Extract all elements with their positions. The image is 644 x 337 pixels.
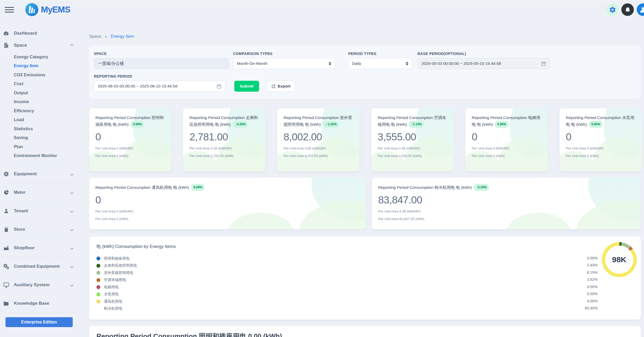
base-period-input[interactable]: 2025-05-03 00:00:00 ~ 2025-05-10 15:44:5… <box>418 58 550 69</box>
legend-label: 走廊和应急照明用电 <box>104 263 137 268</box>
period-label: PERIOD TYPES <box>348 52 412 56</box>
per-unit-area-line1: Per Unit Area 0 (kWh/M²) <box>95 146 165 150</box>
base-period-value: 2025-05-03 00:00:00 ~ 2025-05-10 15:44:5… <box>421 61 501 66</box>
summary-card: Reporting Period Consumption 照明和插座用电 电 (… <box>89 108 171 171</box>
sidebar-subitem[interactable]: Efficiency <box>3 106 76 115</box>
sidebar-item-combined-equipment[interactable]: Combined Equipment <box>3 262 76 271</box>
card-title: Reporting Period Consumption 电梯用电 电 (kWh… <box>472 115 541 128</box>
percent-value: 0.00% <box>585 254 598 262</box>
breadcrumb-parent[interactable]: Space <box>89 34 101 39</box>
reporting-period-input[interactable]: 2025-06-03 00:00:00 ~ 2025-06-10 15:44:5… <box>94 81 225 92</box>
percent-value: 8.15% <box>585 269 598 276</box>
breadcrumb-separator: » <box>105 34 107 39</box>
gear-icon <box>609 6 616 13</box>
sidebar-subitem[interactable]: Energy Item <box>3 61 76 71</box>
trend-badge: 0.00% <box>191 184 205 191</box>
sidebar-item-dashboard[interactable]: Dashboard <box>3 29 76 38</box>
sidebar-item-space[interactable]: Space <box>3 41 76 50</box>
percent-value: 3.62% <box>585 276 598 283</box>
legend-item[interactable]: 制冷机用电 <box>96 305 634 313</box>
sidebar-item-label: Equipment <box>14 171 37 177</box>
hamburger-icon[interactable] <box>5 4 15 16</box>
per-unit-area-line2: Per Unit Area 0 (kWh) <box>95 217 359 221</box>
legend-label: 照明和插座用电 <box>104 256 130 261</box>
period-field: PERIOD TYPES Daily <box>348 52 412 69</box>
sidebar-item-label: Dashboard <box>14 31 37 36</box>
sidebar-subitem[interactable]: Statistics <box>3 124 76 133</box>
period-value: Daily <box>352 61 361 66</box>
legend-item[interactable]: 室外景观照明用电 <box>96 269 634 277</box>
chevron-down-icon <box>70 283 73 287</box>
submit-button[interactable]: Submit <box>234 81 259 92</box>
sidebar-subitem[interactable]: Output <box>3 88 76 97</box>
export-button[interactable]: Export <box>267 81 295 92</box>
legend-dot <box>96 285 100 289</box>
reporting-period-field: REPORTING PERIOD 2025-06-03 00:00:00 ~ 2… <box>94 74 225 92</box>
calendar-icon <box>541 61 546 66</box>
sidebar-item-shopfloor[interactable]: Shopfloor <box>3 243 76 253</box>
summary-card: Reporting Period Consumption 制冷机用电 电 (kW… <box>372 178 641 229</box>
card-title: Reporting Period Consumption 走廊和应急照明用电 电… <box>189 115 259 128</box>
divider <box>3 239 76 239</box>
period-select[interactable]: Daily <box>348 58 412 69</box>
summary-card: Reporting Period Consumption 通风机用电 电 (kW… <box>89 178 366 229</box>
space-input[interactable] <box>98 61 225 66</box>
sidebar-subitem[interactable]: Saving <box>3 133 76 142</box>
sidebar-item-equipment[interactable]: Equipment <box>3 169 76 179</box>
sidebar-subitem[interactable]: Income <box>3 97 76 107</box>
per-unit-area-line1: Per Unit Area 0 (kWh/M²) <box>95 209 359 213</box>
settings-button[interactable] <box>606 4 618 16</box>
trend-badge: ↓-1.22% <box>323 121 339 128</box>
calendar-icon <box>217 84 222 89</box>
card-value: 0 <box>95 194 359 206</box>
reporting-period-value: 2025-06-03 00:00:00 ~ 2025-06-10 15:44:5… <box>98 84 177 89</box>
chevron-down-icon <box>70 209 73 213</box>
avatar[interactable] <box>637 3 644 16</box>
sidebar-subitem[interactable]: Load <box>3 115 76 124</box>
brand-logo[interactable]: MyEMS <box>25 3 70 16</box>
chevron-down-icon <box>70 228 73 231</box>
sidebar: Dashboard Space Energy Category Energy I… <box>0 19 78 327</box>
building-icon <box>3 42 10 48</box>
percent-value: 85.40% <box>585 305 598 312</box>
sidebar-item-label: Shopfloor <box>14 245 35 251</box>
sidebar-item-store[interactable]: Store <box>3 225 76 234</box>
legend-item[interactable]: 走廊和应急照明用电 <box>96 262 634 270</box>
sidebar-subitem[interactable]: Environment Monitor <box>3 151 76 160</box>
sidebar-subitem[interactable]: Energy Category <box>3 52 76 61</box>
breadcrumb-current[interactable]: Energy Item <box>111 34 134 39</box>
notifications-button[interactable] <box>621 3 634 16</box>
legend-dot <box>96 307 100 311</box>
enterprise-edition-button[interactable]: Enterprise Edition <box>5 317 73 327</box>
select-caret-icon <box>329 62 331 65</box>
legend-label: 室外景观照明用电 <box>104 271 133 275</box>
sidebar-item-auxiliary-system[interactable]: Auxiliary System <box>3 280 76 290</box>
legend-item[interactable]: 空调末端用电 <box>96 277 634 284</box>
legend-item[interactable]: 通风机用电 <box>96 298 634 305</box>
chart-legend: 照明和插座用电 走廊和应急照明用电 室外景观照明用电 空调末端用电 <box>96 255 634 312</box>
card-value: 0 <box>95 131 165 143</box>
legend-dot <box>96 299 100 303</box>
legend-item[interactable]: 照明和插座用电 <box>96 255 634 262</box>
comparison-select[interactable]: Month-On-Month <box>233 58 335 69</box>
sidebar-item-label: Space <box>14 43 27 48</box>
sidebar-subitem[interactable]: Cost <box>3 79 76 89</box>
divider <box>3 294 76 294</box>
card-value: 83,847.00 <box>378 194 635 206</box>
legend-item[interactable]: 电梯用电 <box>96 284 634 291</box>
sidebar-item-tenant[interactable]: Tenant <box>3 206 76 216</box>
sidebar-item-knowledge-base[interactable]: Knowledge Base <box>3 299 76 308</box>
legend-dot <box>96 292 100 296</box>
card-value: 3,555.00 <box>378 131 447 143</box>
card-title: Reporting Period Consumption 水泵用电 电 (kWh… <box>566 115 635 128</box>
sidebar-subitem[interactable]: Plan <box>3 142 76 151</box>
divider <box>3 313 76 313</box>
donut-chart[interactable]: 98K <box>602 242 637 277</box>
sidebar-item-meter[interactable]: Meter <box>3 188 76 197</box>
legend-item[interactable]: 水泵用电 <box>96 291 634 298</box>
divider <box>3 183 76 183</box>
sidebar-subitem[interactable]: CO2 Emissions <box>3 70 76 79</box>
per-unit-area-line2: Per Unit Area 0 (kWh) <box>95 154 165 158</box>
per-unit-area-line2: Per Unit Area 2,781.00 (kWh) <box>189 154 259 158</box>
per-unit-area-line1: Per Unit Area 0.36 (kWh/M²) <box>378 146 447 150</box>
